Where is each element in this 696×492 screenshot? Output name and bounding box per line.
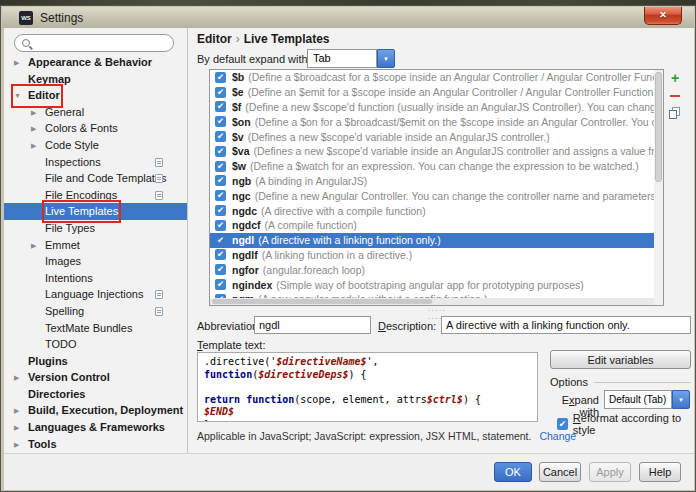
- edit-variables-button[interactable]: Edit variables: [550, 350, 691, 369]
- sidebar-item-images[interactable]: Images: [4, 253, 187, 270]
- default-expand-dropdown[interactable]: Tab ▼: [307, 49, 395, 68]
- sidebar-item-editor[interactable]: ▼Editor: [4, 87, 187, 104]
- chevron-right-icon[interactable]: ▶: [14, 437, 28, 454]
- sidebar-item-file-types[interactable]: File Types: [4, 220, 187, 237]
- template-checkbox[interactable]: ✔: [215, 190, 226, 201]
- horizontal-scrollbar-thumb[interactable]: [212, 299, 432, 304]
- template-checkbox[interactable]: ✔: [215, 279, 226, 290]
- chevron-down-icon[interactable]: ▼: [377, 49, 395, 68]
- breadcrumb-live-templates: Live Templates: [244, 32, 330, 46]
- template-checkbox[interactable]: ✔: [215, 205, 226, 216]
- template-row-ngdlf[interactable]: ✔ngdlf(A linking function in a directive…: [210, 248, 663, 263]
- breadcrumb-editor[interactable]: Editor: [197, 32, 232, 46]
- sidebar-item-directories[interactable]: Directories: [4, 386, 187, 403]
- sidebar-item-label: Language Injections: [45, 288, 143, 300]
- template-checkbox[interactable]: ✔: [215, 264, 226, 275]
- horizontal-scrollbar[interactable]: [210, 298, 654, 305]
- template-checkbox[interactable]: ✔: [215, 220, 226, 231]
- template-checkbox[interactable]: ✔: [215, 131, 226, 142]
- title-bar[interactable]: WS Settings ✕: [2, 7, 694, 28]
- chevron-right-icon[interactable]: ▶: [14, 403, 28, 420]
- chevron-right-icon[interactable]: ▶: [31, 105, 45, 122]
- template-row-ngb[interactable]: ✔ngb(A binding in AngularJS): [210, 174, 663, 189]
- sidebar-item-appearance-behavior[interactable]: ▶Appearance & Behavior: [4, 54, 187, 71]
- sidebar-item-languages-frameworks[interactable]: ▶Languages & Frameworks: [4, 419, 187, 436]
- template-description: (Simple way of bootstraping angular app …: [276, 279, 584, 291]
- template-row-b[interactable]: ✔$b(Define a $broadcast for a $scope ins…: [210, 70, 663, 85]
- cancel-button[interactable]: Cancel: [539, 462, 581, 482]
- sidebar-item-plugins[interactable]: Plugins: [4, 353, 187, 370]
- chevron-right-icon[interactable]: ▶: [14, 370, 28, 387]
- sidebar-item-keymap[interactable]: Keymap: [4, 71, 187, 88]
- sidebar-item-file-and-code-templates[interactable]: File and Code Templates: [4, 170, 187, 187]
- template-text-editor[interactable]: .directive('$directiveName$', function($…: [197, 352, 538, 422]
- chevron-down-icon[interactable]: ▼: [672, 390, 690, 409]
- remove-icon[interactable]: [668, 89, 682, 103]
- dialog-body: ▶Appearance & BehaviorKeymap▼Editor▶Gene…: [4, 28, 694, 490]
- sidebar-item-language-injections[interactable]: Language Injections: [4, 286, 187, 303]
- sidebar-item-version-control[interactable]: ▶Version Control: [4, 369, 187, 386]
- template-row-e[interactable]: ✔$e(Define an $emit for a $scope inside …: [210, 85, 663, 100]
- abbreviation-field[interactable]: [254, 316, 371, 334]
- sidebar-item-build-execution-deployment[interactable]: ▶Build, Execution, Deployment: [4, 402, 187, 419]
- code-line: $END$: [204, 406, 531, 419]
- description-field[interactable]: [441, 316, 691, 334]
- template-row-ngc[interactable]: ✔ngc(Define a new Angular Controller. Yo…: [210, 188, 663, 203]
- sidebar-item-spelling[interactable]: Spelling: [4, 303, 187, 320]
- template-checkbox[interactable]: ✔: [215, 146, 226, 157]
- template-row-ngdl[interactable]: ✔ngdl(A directive with a linking functio…: [210, 233, 663, 248]
- sidebar-item-inspections[interactable]: Inspections: [4, 154, 187, 171]
- ok-button[interactable]: OK: [494, 462, 532, 482]
- template-row-ngdcf[interactable]: ✔ngdcf(A compile function): [210, 218, 663, 233]
- vertical-scrollbar[interactable]: [654, 70, 663, 305]
- template-checkbox[interactable]: ✔: [215, 72, 226, 83]
- sidebar-item-tools[interactable]: ▶Tools: [4, 436, 187, 453]
- template-checkbox[interactable]: ✔: [215, 101, 226, 112]
- template-checkbox[interactable]: ✔: [215, 175, 226, 186]
- template-checkbox[interactable]: ✔: [215, 87, 226, 98]
- search-input[interactable]: [33, 36, 168, 50]
- close-button[interactable]: ✕: [644, 7, 682, 25]
- code-segment: $END$: [204, 406, 234, 417]
- sidebar-item-emmet[interactable]: ▶Emmet: [4, 237, 187, 254]
- template-row-w[interactable]: ✔$w(Define a $watch for an expression. Y…: [210, 159, 663, 174]
- template-row-on[interactable]: ✔$on(Define a $on for a $broadcast/$emit…: [210, 114, 663, 129]
- template-row-ngindex[interactable]: ✔ngindex(Simple way of bootstraping angu…: [210, 277, 663, 292]
- template-row-v[interactable]: ✔$v(Defines a new $scope'd variable insi…: [210, 129, 663, 144]
- add-icon[interactable]: +: [668, 72, 682, 86]
- help-button[interactable]: Help: [639, 462, 681, 482]
- sidebar-item-textmate-bundles[interactable]: TextMate Bundles: [4, 320, 187, 337]
- template-row-va[interactable]: ✔$va(Defines a new $scope'd variable ins…: [210, 144, 663, 159]
- sidebar-item-code-style[interactable]: ▶Code Style: [4, 137, 187, 154]
- sidebar-item-colors-fonts[interactable]: ▶Colors & Fonts: [4, 120, 187, 137]
- template-checkbox[interactable]: ✔: [215, 161, 226, 172]
- sidebar-item-label: Keymap: [28, 73, 71, 85]
- live-templates-list[interactable]: ✔$b(Define a $broadcast for a $scope ins…: [209, 69, 664, 306]
- restore-defaults-icon[interactable]: [668, 123, 682, 137]
- sidebar-item-intentions[interactable]: Intentions: [4, 270, 187, 287]
- options-separator-line: [594, 382, 691, 383]
- chevron-right-icon[interactable]: ▶: [14, 420, 28, 437]
- template-row-ngdc[interactable]: ✔ngdc(A directive with a compile functio…: [210, 203, 663, 218]
- sidebar-item-file-encodings[interactable]: File Encodings: [4, 187, 187, 204]
- chevron-right-icon[interactable]: ▶: [14, 55, 28, 72]
- change-link[interactable]: Change: [539, 430, 576, 442]
- template-row-ngfor[interactable]: ✔ngfor(angular.foreach loop): [210, 262, 663, 277]
- template-checkbox[interactable]: ✔: [215, 116, 226, 127]
- expand-with-dropdown[interactable]: Default (Tab) ▼: [604, 390, 690, 409]
- template-checkbox[interactable]: ✔: [215, 235, 226, 246]
- template-checkbox[interactable]: ✔: [215, 249, 226, 260]
- chevron-right-icon[interactable]: ▶: [31, 238, 45, 255]
- sidebar-item-live-templates[interactable]: Live Templates: [4, 203, 187, 220]
- chevron-down-icon[interactable]: ▼: [14, 88, 28, 105]
- duplicate-icon[interactable]: [668, 106, 682, 120]
- chevron-right-icon[interactable]: ▶: [31, 121, 45, 138]
- search-box[interactable]: [14, 34, 174, 52]
- sidebar-item-todo[interactable]: TODO: [4, 336, 187, 353]
- vertical-scrollbar-thumb[interactable]: [655, 72, 662, 182]
- chevron-right-icon[interactable]: ▶: [31, 138, 45, 155]
- template-row-f[interactable]: ✔$f(Define a new $scope'd function (usua…: [210, 100, 663, 115]
- reformat-option[interactable]: ✔ Reformat according to style: [557, 412, 694, 436]
- reformat-checkbox[interactable]: ✔: [557, 418, 568, 430]
- sidebar-item-general[interactable]: ▶General: [4, 104, 187, 121]
